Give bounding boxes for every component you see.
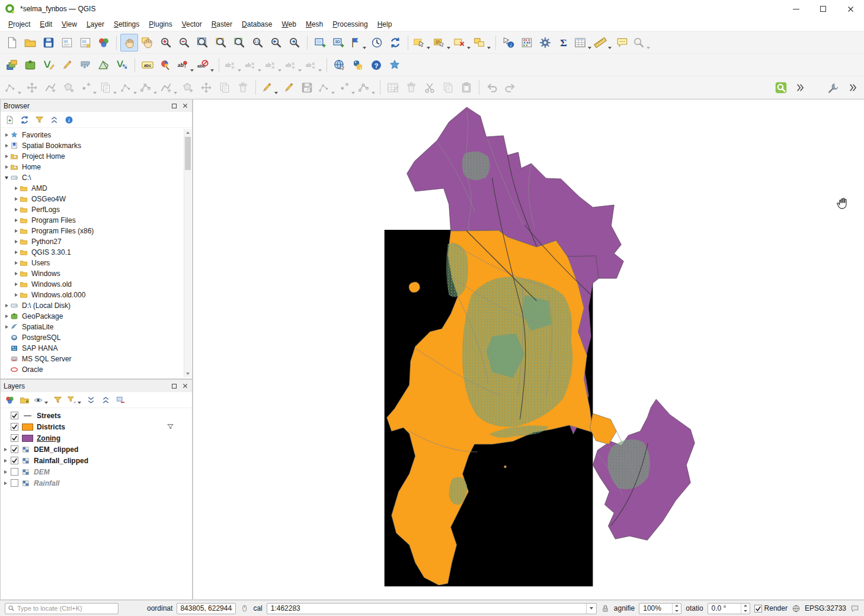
layer-row-rainfall-clipped[interactable]: Rainfall_clipped bbox=[1, 455, 183, 466]
collapse-all-button[interactable] bbox=[99, 393, 112, 406]
current-edits-button[interactable] bbox=[260, 79, 279, 97]
new-virtual-layer-button[interactable] bbox=[113, 56, 131, 74]
browser-item-program-files[interactable]: Program Files bbox=[1, 215, 183, 226]
browser-close-button[interactable] bbox=[181, 102, 189, 110]
collapsed-arrow-icon[interactable] bbox=[12, 283, 20, 286]
layer-row-districts[interactable]: Districts bbox=[1, 421, 183, 432]
select-features-by-value-button[interactable] bbox=[432, 34, 452, 52]
layer-visibility-checkbox[interactable] bbox=[11, 423, 18, 431]
show-statistics-button[interactable]: Σ bbox=[555, 34, 572, 52]
collapsed-arrow-icon[interactable] bbox=[3, 165, 10, 169]
render-toggle[interactable]: Render bbox=[754, 604, 788, 612]
collapsed-arrow-icon[interactable] bbox=[2, 482, 9, 485]
filter-legend-button[interactable] bbox=[51, 393, 64, 406]
layer-row-dem[interactable]: DEM bbox=[1, 466, 183, 477]
open-layer-styling-button[interactable] bbox=[3, 393, 16, 406]
temporal-controller-button[interactable] bbox=[368, 34, 386, 52]
browser-item-windows-old[interactable]: Windows.old bbox=[1, 279, 183, 290]
collapsed-arrow-icon[interactable] bbox=[3, 325, 10, 329]
manage-map-themes-button[interactable] bbox=[33, 393, 49, 406]
python-console-button[interactable] bbox=[349, 56, 367, 74]
rotation-spin-buttons[interactable] bbox=[741, 604, 750, 614]
layer-filter-indicator-icon[interactable] bbox=[167, 423, 174, 431]
new-spatialite-layer-button[interactable] bbox=[58, 56, 76, 74]
show-hide-labels-button[interactable]: abc bbox=[196, 56, 215, 74]
layer-visibility-checkbox[interactable] bbox=[11, 457, 18, 464]
zoom-last-button[interactable] bbox=[267, 34, 285, 52]
menu-raster[interactable]: Raster bbox=[207, 18, 237, 30]
new-temporary-scratch-layer-button[interactable] bbox=[76, 56, 94, 74]
browser-item-geopackage[interactable]: GeoPackage bbox=[1, 311, 183, 322]
rotation-spinbox[interactable]: 0.0 ° bbox=[708, 603, 750, 614]
filter-browser-button[interactable] bbox=[33, 113, 46, 126]
help-contents-button[interactable]: ? bbox=[367, 56, 385, 74]
lock-scale-icon[interactable] bbox=[601, 604, 610, 613]
menu-vector[interactable]: Vector bbox=[177, 18, 207, 30]
browser-float-button[interactable] bbox=[170, 102, 178, 110]
locator-overflow-button[interactable] bbox=[791, 79, 808, 97]
zoom-next-button[interactable] bbox=[286, 34, 303, 52]
collapsed-arrow-icon[interactable] bbox=[12, 197, 20, 201]
new-project-button[interactable] bbox=[3, 34, 21, 52]
layer-row-dem-clipped[interactable]: DEM_clipped bbox=[1, 444, 183, 455]
select-by-location-button[interactable] bbox=[472, 34, 492, 52]
zoom-in-button[interactable] bbox=[157, 34, 175, 52]
processing-toolbox-button[interactable] bbox=[536, 34, 554, 52]
browser-item-d-local-disk[interactable]: D:\ (Local Disk) bbox=[1, 300, 183, 311]
map-canvas[interactable] bbox=[193, 99, 864, 600]
collapsed-arrow-icon[interactable] bbox=[12, 219, 20, 222]
collapsed-arrow-icon[interactable] bbox=[2, 459, 9, 463]
menu-web[interactable]: Web bbox=[277, 18, 300, 30]
browser-item-qgis-3-30-1[interactable]: QGIS 3.30.1 bbox=[1, 247, 183, 258]
maximize-button[interactable] bbox=[809, 0, 837, 18]
map-tips-button[interactable] bbox=[613, 34, 631, 52]
refresh-browser-button[interactable] bbox=[18, 113, 31, 126]
show-spatial-bookmarks-button[interactable] bbox=[348, 34, 367, 52]
browser-item-users[interactable]: Users bbox=[1, 258, 183, 268]
deselect-features-button[interactable] bbox=[452, 34, 472, 52]
locator-input[interactable] bbox=[17, 605, 116, 612]
browser-item-amd[interactable]: AMD bbox=[1, 183, 183, 194]
data-source-manager-button[interactable] bbox=[3, 56, 21, 74]
crs-indicator[interactable]: EPSG:32733 bbox=[805, 604, 846, 612]
browser-item-ms-sql-server[interactable]: MS SQL Server bbox=[1, 354, 183, 364]
zoom-out-button[interactable] bbox=[175, 34, 193, 52]
user-profile-button[interactable] bbox=[386, 56, 404, 74]
browser-item-c[interactable]: C:\ bbox=[1, 172, 183, 183]
browser-item-home[interactable]: Home bbox=[1, 162, 183, 172]
browser-item-favorites[interactable]: Favorites bbox=[1, 130, 183, 140]
new-print-layout-button[interactable] bbox=[58, 34, 76, 52]
coordinate-input[interactable] bbox=[180, 604, 232, 612]
menu-layer[interactable]: Layer bbox=[82, 18, 109, 30]
browser-item-windows[interactable]: Windows bbox=[1, 268, 183, 279]
layer-visibility-checkbox[interactable] bbox=[11, 412, 18, 419]
extents-toggle-icon[interactable] bbox=[240, 604, 249, 613]
layer-row-rainfall[interactable]: Rainfall bbox=[1, 477, 183, 489]
browser-item-spatial-bookmarks[interactable]: Spatial Bookmarks bbox=[1, 140, 183, 151]
statistical-summary-button[interactable] bbox=[518, 34, 536, 52]
layer-row-streets[interactable]: Streets bbox=[1, 410, 183, 421]
menu-database[interactable]: Database bbox=[237, 18, 277, 30]
toggle-editing-button[interactable] bbox=[280, 79, 297, 97]
enable-properties-widget-button[interactable]: i bbox=[62, 113, 75, 126]
messages-icon[interactable] bbox=[850, 604, 859, 613]
magnifier-spinbox[interactable]: 100% bbox=[639, 603, 681, 614]
collapsed-arrow-icon[interactable] bbox=[3, 144, 10, 147]
scale-dropdown-arrow[interactable] bbox=[586, 604, 596, 614]
magnifier-spin-buttons[interactable] bbox=[672, 604, 681, 614]
new-map-view-button[interactable] bbox=[311, 34, 329, 52]
close-button[interactable] bbox=[837, 0, 864, 18]
new-3d-map-view-button[interactable]: 3D bbox=[329, 34, 347, 52]
browser-item-python27[interactable]: Python27 bbox=[1, 236, 183, 247]
collapsed-arrow-icon[interactable] bbox=[12, 229, 20, 233]
menu-project[interactable]: Project bbox=[4, 18, 35, 30]
scroll-up-arrow[interactable] bbox=[184, 129, 191, 136]
locator-search[interactable] bbox=[5, 603, 119, 614]
browser-item-sap-hana[interactable]: SAP HANA bbox=[1, 343, 183, 354]
pan-map-button[interactable] bbox=[120, 34, 138, 52]
menu-edit[interactable]: Edit bbox=[35, 18, 57, 30]
collapsed-arrow-icon[interactable] bbox=[2, 470, 9, 474]
menu-plugins[interactable]: Plugins bbox=[144, 18, 177, 30]
zoom-to-selection-button[interactable] bbox=[212, 34, 230, 52]
save-project-button[interactable] bbox=[40, 34, 57, 52]
